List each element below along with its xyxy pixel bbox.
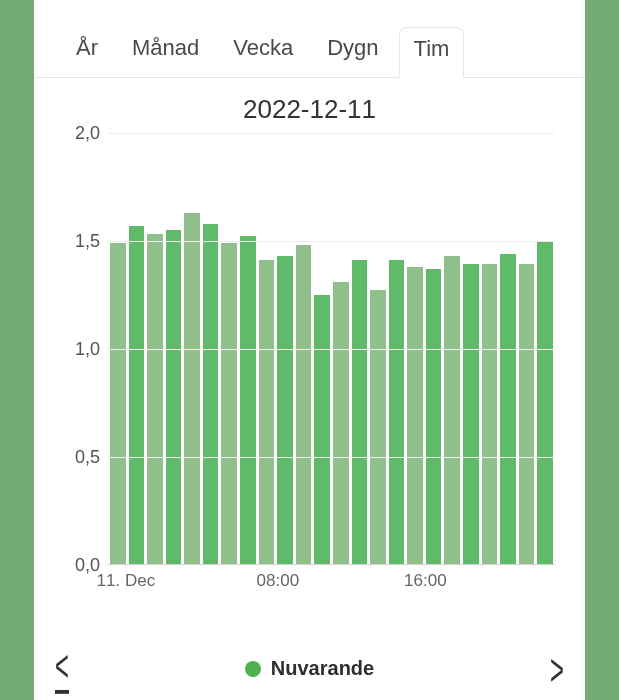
y-tick: 2,0 — [75, 123, 100, 144]
bar — [147, 234, 163, 564]
x-tick: 16:00 — [404, 571, 447, 591]
tab-day[interactable]: Dygn — [313, 35, 392, 77]
grid-line — [108, 457, 555, 458]
bar — [184, 213, 200, 564]
bar — [166, 230, 182, 564]
bar — [129, 226, 145, 564]
bar — [426, 269, 442, 564]
y-tick: 1,0 — [75, 339, 100, 360]
bar — [537, 241, 553, 564]
bar — [444, 256, 460, 564]
time-range-tabs: ÅrMånadVeckaDygnTim — [34, 0, 585, 78]
x-tick: 11. Dec — [97, 571, 156, 591]
bar — [296, 245, 312, 564]
tab-hour[interactable]: Tim — [399, 27, 465, 78]
legend: Nuvarande — [245, 657, 374, 680]
plot-area — [108, 133, 555, 565]
bar — [500, 254, 516, 564]
chart-area: 0,00,51,01,52,0 — [34, 133, 585, 565]
chart-title: 2022-12-11 — [34, 94, 585, 125]
y-axis: 0,00,51,01,52,0 — [44, 133, 108, 565]
bar — [259, 260, 275, 564]
prev-button[interactable]: < — [55, 643, 69, 694]
bar — [221, 243, 237, 564]
bar — [482, 264, 498, 564]
grid-line — [108, 133, 555, 134]
x-tick: 08:00 — [257, 571, 300, 591]
next-button[interactable]: > — [550, 646, 564, 690]
bar — [333, 282, 349, 564]
bar — [110, 243, 126, 564]
x-axis: 11. Dec08:0016:00 — [108, 565, 555, 597]
app-card: ÅrMånadVeckaDygnTim 2022-12-11 0,00,51,0… — [34, 0, 585, 700]
y-tick: 0,5 — [75, 447, 100, 468]
grid-line — [108, 349, 555, 350]
bar — [314, 295, 330, 564]
tab-year[interactable]: År — [62, 35, 112, 77]
legend-dot-icon — [245, 661, 261, 677]
prev-label: < — [55, 643, 69, 694]
bar — [370, 290, 386, 564]
y-tick: 1,5 — [75, 231, 100, 252]
bar — [407, 267, 423, 564]
navigation-row: < Nuvarande > — [34, 649, 585, 688]
grid-line — [108, 241, 555, 242]
bar — [352, 260, 368, 564]
bar — [203, 224, 219, 564]
bar — [277, 256, 293, 564]
tab-month[interactable]: Månad — [118, 35, 213, 77]
bar — [240, 236, 256, 564]
bar — [519, 264, 535, 564]
bar — [463, 264, 479, 564]
legend-label: Nuvarande — [271, 657, 374, 680]
bar — [389, 260, 405, 564]
tab-week[interactable]: Vecka — [219, 35, 307, 77]
